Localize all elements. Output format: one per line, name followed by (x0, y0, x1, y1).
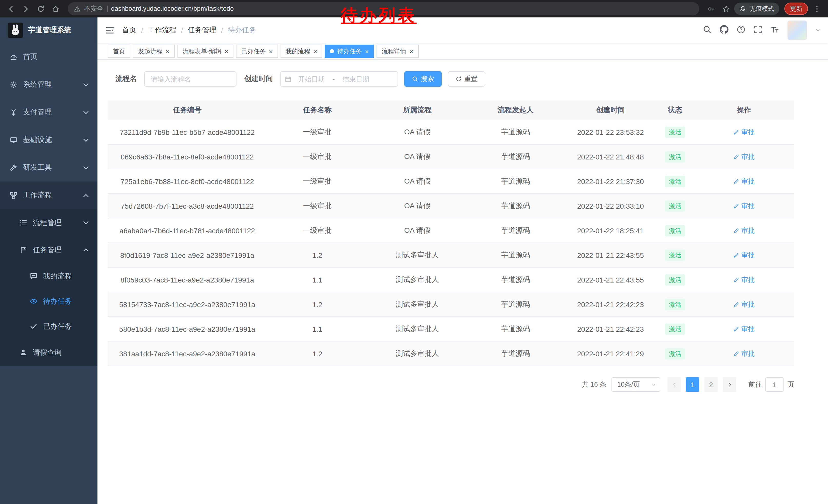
avatar[interactable] (787, 20, 807, 40)
status-cell: 激活 (657, 151, 694, 162)
task-table: 任务编号任务名称所属流程流程发起人创建时间状态操作 73211d9d-7b9b-… (108, 100, 794, 366)
total-count-label: 共 16 条 (582, 380, 606, 389)
approve-link[interactable]: 审批 (733, 177, 755, 186)
reload-button[interactable] (34, 2, 48, 16)
tab-label: 流程表单-编辑 (182, 47, 221, 56)
created-time-cell: 2022-01-22 23:53:32 (564, 128, 657, 136)
close-icon[interactable]: × (269, 48, 273, 55)
sidebar-item-system[interactable]: 系统管理 (0, 71, 97, 98)
sidebar-item-process-mgmt[interactable]: 流程管理 (0, 209, 97, 236)
created-time-cell: 2022-01-22 21:48:48 (564, 152, 657, 161)
sidebar-item-payment[interactable]: 支付管理 (0, 98, 97, 126)
search-button[interactable] (703, 25, 711, 36)
sidebar-item-my-process[interactable]: 我的流程 (0, 264, 97, 289)
password-key-button[interactable] (704, 2, 718, 16)
column-header: 状态 (657, 106, 694, 115)
sidebar-item-done-tasks[interactable]: 已办任务 (0, 314, 97, 339)
close-icon[interactable]: × (409, 48, 413, 55)
forward-button[interactable] (19, 2, 33, 16)
avatar-caret-icon[interactable] (815, 28, 820, 33)
sidebar-fold-button[interactable] (105, 26, 114, 35)
approve-link[interactable]: 审批 (733, 127, 755, 137)
approve-link[interactable]: 审批 (733, 201, 755, 211)
start-date-input[interactable] (292, 75, 330, 83)
task-id-cell: 069c6a63-7b8a-11ec-8ef0-acde48001122 (108, 152, 267, 161)
search-button[interactable]: 搜索 (404, 71, 442, 87)
breadcrumb-item[interactable]: 任务管理 (188, 26, 216, 35)
edit-icon (733, 227, 739, 234)
navbar-actions (703, 20, 820, 40)
close-icon[interactable]: × (314, 48, 317, 55)
sidebar-item-infrastructure[interactable]: 基础设施 (0, 126, 97, 154)
approve-link[interactable]: 审批 (733, 349, 755, 358)
search-button-label: 搜索 (421, 74, 434, 84)
prev-page-button[interactable] (667, 377, 681, 392)
status-badge: 激活 (665, 126, 686, 138)
forward-icon (22, 5, 30, 12)
close-icon[interactable]: × (224, 48, 228, 55)
table-row: 75d72608-7b7f-11ec-a3c8-acde48001122一级审批… (108, 194, 794, 218)
tab-done-tasks[interactable]: 已办任务× (236, 45, 278, 58)
task-id-cell: 381aa1dd-7ac8-11ec-a9e2-a2380e71991a (108, 350, 267, 358)
approve-link[interactable]: 审批 (733, 300, 755, 309)
approve-link[interactable]: 审批 (733, 324, 755, 333)
fontsize-button[interactable] (771, 25, 779, 36)
filter-bar: 流程名 创建时间 - 搜索 重置 (108, 71, 828, 87)
page-button-2[interactable]: 2 (704, 377, 718, 392)
tab-process-detail[interactable]: 流程详情× (377, 45, 418, 58)
sidebar-item-home[interactable]: 首页 (0, 43, 97, 71)
process-cell: OA 请假 (368, 201, 467, 211)
approve-link[interactable]: 审批 (733, 250, 755, 260)
sidebar-item-leave-query[interactable]: 请假查询 (0, 339, 97, 366)
approve-label: 审批 (741, 152, 755, 161)
tab-my-process[interactable]: 我的流程× (281, 45, 322, 58)
tab-start-process[interactable]: 发起流程× (133, 45, 175, 58)
date-range-picker[interactable]: - (280, 71, 398, 87)
yen-icon (10, 108, 17, 116)
next-page-button[interactable] (723, 377, 736, 392)
goto-page-input[interactable] (765, 377, 784, 392)
tab-todo-tasks[interactable]: 待办任务× (325, 45, 374, 58)
sidebar-item-devtools[interactable]: 研发工具 (0, 154, 97, 182)
update-button[interactable]: 更新 (784, 3, 808, 15)
action-cell: 审批 (694, 250, 794, 260)
approve-link[interactable]: 审批 (733, 275, 755, 284)
create-time-label: 创建时间 (244, 74, 273, 84)
sidebar-item-workflow[interactable]: 工作流程 (0, 182, 97, 209)
logo-row[interactable]: 芋道管理系统 (0, 17, 97, 43)
page-button-1[interactable]: 1 (686, 377, 699, 392)
close-icon[interactable]: × (166, 48, 170, 55)
created-time-cell: 2022-01-21 22:41:29 (564, 350, 657, 358)
sidebar-item-task-mgmt[interactable]: 任务管理 (0, 236, 97, 264)
browser-menu-button[interactable] (810, 2, 824, 16)
approve-link[interactable]: 审批 (733, 226, 755, 235)
end-date-input[interactable] (337, 75, 375, 83)
github-button[interactable] (720, 25, 729, 36)
tab-home[interactable]: 首页 (108, 45, 130, 58)
breadcrumb-item[interactable]: 首页 (122, 26, 136, 35)
starter-cell: 芋道源码 (467, 349, 564, 358)
infra-icon (10, 136, 17, 144)
navbar-icon-group (703, 25, 779, 36)
page-size-select[interactable]: 10条/页 (612, 377, 660, 392)
status-cell: 激活 (657, 200, 694, 212)
reset-button[interactable]: 重置 (448, 71, 485, 87)
process-name-input[interactable] (144, 71, 237, 87)
column-header: 任务名称 (267, 106, 368, 115)
home-button[interactable] (49, 2, 63, 16)
breadcrumb-item[interactable]: 工作流程 (148, 26, 176, 35)
action-cell: 审批 (694, 201, 794, 211)
fullscreen-button[interactable] (754, 25, 762, 36)
bookmark-star-button[interactable] (719, 2, 733, 16)
back-button[interactable] (4, 2, 18, 16)
close-icon[interactable]: × (365, 48, 369, 55)
rabbit-logo-icon (9, 24, 22, 36)
approve-link[interactable]: 审批 (733, 152, 755, 161)
tab-form-edit[interactable]: 流程表单-编辑× (177, 45, 234, 58)
help-button[interactable] (737, 25, 745, 36)
process-cell: 测试多审批人 (368, 275, 467, 284)
status-badge: 激活 (665, 299, 686, 310)
sidebar-item-todo-tasks[interactable]: 待办任务 (0, 289, 97, 314)
approve-label: 审批 (741, 300, 755, 309)
starter-cell: 芋道源码 (467, 152, 564, 161)
